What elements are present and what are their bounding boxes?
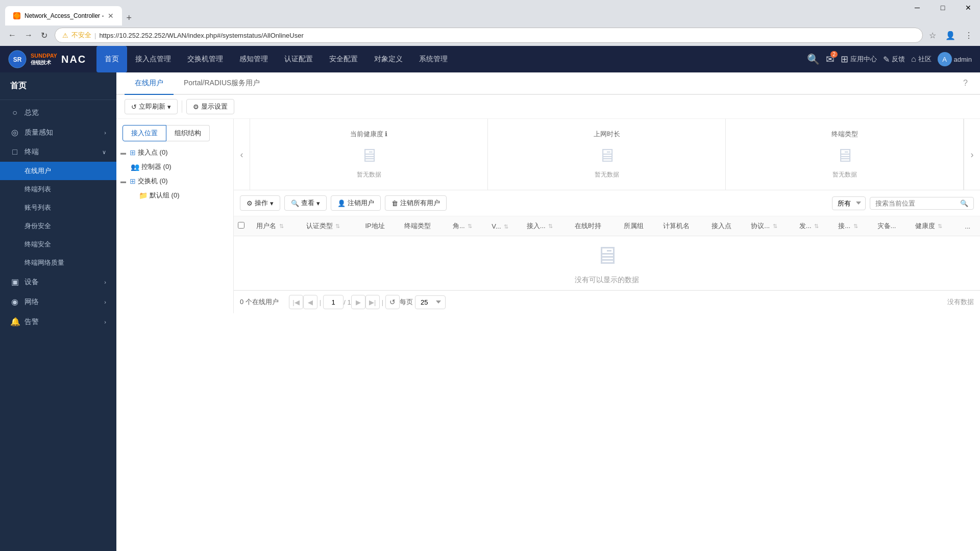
tree-node-label-access-point: 接入点 (0) [138,148,168,157]
operation-button[interactable]: ⚙ 操作 ▾ [240,195,280,211]
logout-user-button[interactable]: 👤 注销用户 [331,195,381,211]
maximize-button[interactable]: □ [931,0,954,15]
sort-protocol-icon: ⇅ [773,223,777,229]
sidebar-item-terminal[interactable]: □ 终端 ∨ [0,142,116,162]
first-page-button[interactable]: |◀ [289,295,303,309]
table-header-send[interactable]: 发... ⇅ [795,216,834,236]
pagination-refresh-button[interactable]: ↺ [385,295,400,309]
security-warning-icon: ⚠ [62,32,68,39]
sort-vlan-icon: ⇅ [504,223,508,230]
sidebar-sub-item-online-users[interactable]: 在线用户 [0,162,116,180]
sidebar-sub-item-account-list[interactable]: 账号列表 [0,198,116,217]
table-header-auth-type[interactable]: 认证类型 ⇅ [302,216,361,236]
nav-item-system[interactable]: 系统管理 [411,46,456,72]
logout-all-button[interactable]: 🗑 注销所有用户 [385,195,447,211]
sort-access-icon: ⇅ [548,223,553,229]
table-header-role[interactable]: 角... ⇅ [449,216,487,236]
table-header-checkbox [234,216,252,236]
table-header-online-time[interactable]: 在线时持 [571,216,619,236]
sidebar-sub-item-terminal-list[interactable]: 终端列表 [0,180,116,198]
tree-node-default-group[interactable]: 📁 默认组 (0) [116,188,233,203]
pagination-bar: 0 个在线用户 |◀ ◀ | / 1 ▶ ▶| | ↺ 每页 [234,290,980,313]
tab-online-users[interactable]: 在线用户 [125,72,174,95]
next-page-button[interactable]: ▶ [351,295,365,309]
table-header-more[interactable]: ... [961,216,980,236]
nav-item-security-config[interactable]: 安全配置 [321,46,366,72]
community-button[interactable]: ⌂ 社区 [911,55,932,64]
expand-icon-access-point: ▬ [120,149,128,156]
expand-icon-switch: ▬ [120,178,128,184]
tree-node-label-controller: 控制器 (0) [141,162,172,171]
last-page-button[interactable]: ▶| [365,295,380,309]
tree-node-controller[interactable]: 👥 控制器 (0) [116,160,233,174]
prev-page-button[interactable]: ◀ [303,295,317,309]
tree-node-access-point[interactable]: ▬ ⊞ 接入点 (0) [116,145,233,160]
table-header-protocol[interactable]: 协议... ⇅ [747,216,795,236]
new-tab-button[interactable]: + [122,11,136,26]
chart-online-time-no-data-icon: 🖥 [598,145,616,166]
chart-prev-button[interactable]: ‹ [234,119,250,190]
table-header-terminal-type[interactable]: 终端类型 [400,216,449,236]
extensions-button[interactable]: ⋮ [963,29,975,42]
tab-portal-radius[interactable]: Portal/RADIUS服务用户 [174,72,270,95]
forward-button[interactable]: → [21,29,36,42]
sidebar-item-overview[interactable]: ○ 总览 [0,103,116,122]
sidebar-sub-item-terminal-network-quality[interactable]: 终端网络质量 [0,254,116,272]
sidebar-sub-item-identity-security[interactable]: 身份安全 [0,217,116,235]
tree-tab-org[interactable]: 组织结构 [166,125,210,141]
table-header-backup[interactable]: 灾备... [873,216,911,236]
display-settings-btn[interactable]: ⚙ 显示设置 [186,99,234,114]
nav-item-switch[interactable]: 交换机管理 [179,46,231,72]
address-bar[interactable]: ⚠ 不安全 | https://10.252.252.252/WLAN/inde… [55,28,923,43]
back-button[interactable]: ← [5,29,19,42]
notification-button[interactable]: ✉ 2 [826,53,835,65]
table-header-access[interactable]: 接入... ⇅ [523,216,571,236]
nav-item-auth-config[interactable]: 认证配置 [276,46,321,72]
operation-icon: ⚙ [247,199,253,207]
tree-tab-location[interactable]: 接入位置 [122,125,166,141]
no-data-label: 没有数据 [947,297,974,307]
sidebar-item-quality[interactable]: ◎ 质量感知 › [0,122,116,142]
logo-text: NAC [61,54,86,65]
feedback-button[interactable]: ✎ 反馈 [883,55,905,64]
page-separator-left: | [320,298,321,306]
table-header-vlan[interactable]: V... ⇅ [487,216,523,236]
bookmark-button[interactable]: ☆ [927,29,938,42]
refresh-btn[interactable]: ↺ 立即刷新 ▾ [125,99,178,114]
sidebar-item-alerts[interactable]: 🔔 告警 › [0,312,116,332]
table-header-access-point[interactable]: 接入点 [707,216,747,236]
app-center-button[interactable]: ⊞ 应用中心 [841,54,877,65]
minimize-button[interactable]: ─ [905,0,929,15]
table-header-receive[interactable]: 接... ⇅ [834,216,873,236]
select-all-checkbox[interactable] [238,222,244,229]
reload-button[interactable]: ↻ [38,29,51,42]
close-button[interactable]: ✕ [957,0,980,15]
view-button[interactable]: 🔍 查看 ▾ [284,195,327,211]
table-header-computer-name[interactable]: 计算机名 [659,216,707,236]
per-page-select[interactable]: 25 [415,295,446,309]
search-input[interactable] [875,199,957,207]
table-header-ip[interactable]: IP地址 [361,216,400,236]
nav-item-object-def[interactable]: 对象定义 [366,46,411,72]
admin-button[interactable]: A admin [938,52,972,66]
tab-close-btn[interactable]: ✕ [108,12,114,20]
table-header-username[interactable]: 用户名 ⇅ [252,216,302,236]
tree-node-switch[interactable]: ▬ ⊞ 交换机 (0) [116,174,233,188]
nav-item-home[interactable]: 首页 [96,46,127,72]
help-icon[interactable]: ? [959,72,972,94]
sidebar-item-devices[interactable]: ▣ 设备 › [0,272,116,292]
table-header-health[interactable]: 健康度 ⇅ [911,216,961,236]
filter-select[interactable]: 所有 [832,196,866,210]
sidebar-item-network[interactable]: ◉ 网络 › [0,292,116,312]
table-header-group[interactable]: 所属组 [620,216,659,236]
browser-tab[interactable]: 🔶 Network_Access_Controller - ✕ [5,6,122,26]
sidebar-sub-item-terminal-security[interactable]: 终端安全 [0,235,116,254]
nav-item-sense[interactable]: 感知管理 [231,46,276,72]
page-number-input[interactable] [323,295,344,309]
nav-item-access-point[interactable]: 接入点管理 [127,46,179,72]
profile-button[interactable]: 👤 [943,29,958,42]
search-button[interactable]: 🔍 [807,53,820,65]
terminal-arrow-icon: ∨ [102,149,106,156]
chart-next-button[interactable]: › [964,119,980,190]
search-icon[interactable]: 🔍 [960,199,968,207]
